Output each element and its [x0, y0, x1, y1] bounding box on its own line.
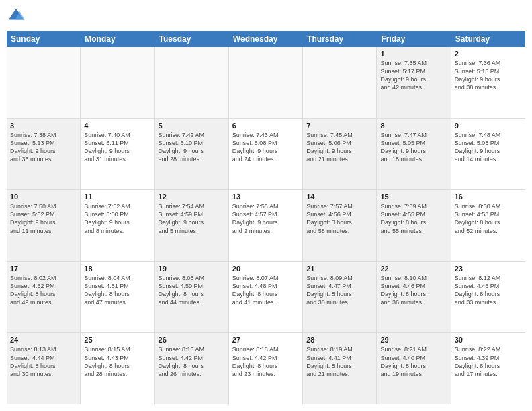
- calendar-cell: 7Sunrise: 7:45 AM Sunset: 5:06 PM Daylig…: [303, 119, 377, 190]
- day-info: Sunrise: 7:59 AM Sunset: 4:55 PM Dayligh…: [380, 202, 447, 235]
- calendar-row: 3Sunrise: 7:38 AM Sunset: 5:13 PM Daylig…: [7, 119, 525, 191]
- day-number: 11: [84, 193, 150, 201]
- day-info: Sunrise: 7:50 AM Sunset: 5:02 PM Dayligh…: [10, 202, 77, 235]
- header-day: Friday: [377, 31, 451, 47]
- calendar-cell: 20Sunrise: 8:07 AM Sunset: 4:48 PM Dayli…: [229, 262, 303, 333]
- day-number: 16: [455, 193, 522, 201]
- day-info: Sunrise: 8:05 AM Sunset: 4:50 PM Dayligh…: [159, 274, 225, 307]
- day-info: Sunrise: 7:42 AM Sunset: 5:10 PM Dayligh…: [159, 131, 225, 164]
- day-info: Sunrise: 7:48 AM Sunset: 5:03 PM Dayligh…: [455, 131, 522, 164]
- day-info: Sunrise: 8:09 AM Sunset: 4:47 PM Dayligh…: [306, 274, 373, 307]
- calendar-row: 24Sunrise: 8:13 AM Sunset: 4:44 PM Dayli…: [7, 333, 525, 404]
- day-info: Sunrise: 8:10 AM Sunset: 4:46 PM Dayligh…: [380, 274, 447, 307]
- day-number: 17: [10, 265, 77, 273]
- day-info: Sunrise: 7:38 AM Sunset: 5:13 PM Dayligh…: [10, 131, 77, 164]
- day-info: Sunrise: 8:00 AM Sunset: 4:53 PM Dayligh…: [455, 202, 522, 235]
- day-number: 20: [232, 265, 299, 273]
- day-number: 9: [455, 122, 522, 130]
- calendar-cell: [303, 47, 377, 118]
- calendar-cell: [7, 47, 81, 118]
- day-info: Sunrise: 8:07 AM Sunset: 4:48 PM Dayligh…: [232, 274, 299, 307]
- calendar-cell: 4Sunrise: 7:40 AM Sunset: 5:11 PM Daylig…: [81, 119, 154, 190]
- day-number: 18: [84, 265, 150, 273]
- day-number: 30: [455, 336, 522, 344]
- day-number: 28: [306, 336, 373, 344]
- calendar-cell: 24Sunrise: 8:13 AM Sunset: 4:44 PM Dayli…: [7, 333, 81, 404]
- day-info: Sunrise: 7:40 AM Sunset: 5:11 PM Dayligh…: [84, 131, 150, 164]
- day-info: Sunrise: 7:54 AM Sunset: 4:59 PM Dayligh…: [159, 202, 225, 235]
- header: [7, 7, 525, 26]
- calendar-cell: 29Sunrise: 8:21 AM Sunset: 4:40 PM Dayli…: [377, 333, 451, 404]
- calendar-cell: 10Sunrise: 7:50 AM Sunset: 5:02 PM Dayli…: [7, 190, 81, 261]
- calendar-cell: [81, 47, 154, 118]
- day-number: 13: [232, 193, 299, 201]
- day-info: Sunrise: 7:35 AM Sunset: 5:17 PM Dayligh…: [380, 59, 447, 92]
- header-day: Wednesday: [229, 31, 303, 47]
- day-info: Sunrise: 8:21 AM Sunset: 4:40 PM Dayligh…: [380, 345, 447, 378]
- day-number: 1: [380, 50, 447, 58]
- day-number: 5: [159, 122, 225, 130]
- day-info: Sunrise: 8:19 AM Sunset: 4:41 PM Dayligh…: [306, 345, 373, 378]
- calendar-cell: 26Sunrise: 8:16 AM Sunset: 4:42 PM Dayli…: [155, 333, 229, 404]
- calendar-cell: 11Sunrise: 7:52 AM Sunset: 5:00 PM Dayli…: [81, 190, 154, 261]
- calendar-cell: 6Sunrise: 7:43 AM Sunset: 5:08 PM Daylig…: [229, 119, 303, 190]
- calendar-cell: 17Sunrise: 8:02 AM Sunset: 4:52 PM Dayli…: [7, 262, 81, 333]
- calendar-cell: 30Sunrise: 8:22 AM Sunset: 4:39 PM Dayli…: [451, 333, 525, 404]
- day-number: 6: [232, 122, 299, 130]
- day-number: 8: [380, 122, 447, 130]
- calendar-cell: 13Sunrise: 7:55 AM Sunset: 4:57 PM Dayli…: [229, 190, 303, 261]
- day-number: 21: [306, 265, 373, 273]
- calendar-cell: [155, 47, 229, 118]
- header-day: Tuesday: [155, 31, 229, 47]
- day-info: Sunrise: 7:57 AM Sunset: 4:56 PM Dayligh…: [306, 202, 373, 235]
- calendar-cell: 27Sunrise: 8:18 AM Sunset: 4:42 PM Dayli…: [229, 333, 303, 404]
- day-number: 26: [159, 336, 225, 344]
- day-info: Sunrise: 8:02 AM Sunset: 4:52 PM Dayligh…: [10, 274, 77, 307]
- calendar-cell: 23Sunrise: 8:12 AM Sunset: 4:45 PM Dayli…: [451, 262, 525, 333]
- calendar-cell: 28Sunrise: 8:19 AM Sunset: 4:41 PM Dayli…: [303, 333, 377, 404]
- calendar-row: 1Sunrise: 7:35 AM Sunset: 5:17 PM Daylig…: [7, 47, 525, 119]
- calendar-cell: 1Sunrise: 7:35 AM Sunset: 5:17 PM Daylig…: [377, 47, 451, 118]
- day-number: 2: [455, 50, 522, 58]
- calendar-row: 10Sunrise: 7:50 AM Sunset: 5:02 PM Dayli…: [7, 190, 525, 262]
- day-info: Sunrise: 7:45 AM Sunset: 5:06 PM Dayligh…: [306, 131, 373, 164]
- day-info: Sunrise: 8:13 AM Sunset: 4:44 PM Dayligh…: [10, 345, 77, 378]
- calendar-body: 1Sunrise: 7:35 AM Sunset: 5:17 PM Daylig…: [7, 47, 525, 404]
- calendar-cell: 14Sunrise: 7:57 AM Sunset: 4:56 PM Dayli…: [303, 190, 377, 261]
- calendar-cell: 9Sunrise: 7:48 AM Sunset: 5:03 PM Daylig…: [451, 119, 525, 190]
- day-info: Sunrise: 8:22 AM Sunset: 4:39 PM Dayligh…: [455, 345, 522, 378]
- day-number: 14: [306, 193, 373, 201]
- day-info: Sunrise: 8:12 AM Sunset: 4:45 PM Dayligh…: [455, 274, 522, 307]
- day-info: Sunrise: 8:15 AM Sunset: 4:43 PM Dayligh…: [84, 345, 150, 378]
- day-number: 24: [10, 336, 77, 344]
- day-number: 4: [84, 122, 150, 130]
- calendar-cell: 16Sunrise: 8:00 AM Sunset: 4:53 PM Dayli…: [451, 190, 525, 261]
- header-day: Saturday: [451, 31, 525, 47]
- calendar-cell: 5Sunrise: 7:42 AM Sunset: 5:10 PM Daylig…: [155, 119, 229, 190]
- header-day: Thursday: [303, 31, 377, 47]
- page: SundayMondayTuesdayWednesdayThursdayFrid…: [0, 0, 532, 411]
- day-number: 10: [10, 193, 77, 201]
- day-number: 29: [380, 336, 447, 344]
- calendar-cell: 22Sunrise: 8:10 AM Sunset: 4:46 PM Dayli…: [377, 262, 451, 333]
- logo: [7, 7, 28, 26]
- calendar-cell: 2Sunrise: 7:36 AM Sunset: 5:15 PM Daylig…: [451, 47, 525, 118]
- calendar-row: 17Sunrise: 8:02 AM Sunset: 4:52 PM Dayli…: [7, 262, 525, 334]
- calendar-cell: 21Sunrise: 8:09 AM Sunset: 4:47 PM Dayli…: [303, 262, 377, 333]
- day-info: Sunrise: 7:55 AM Sunset: 4:57 PM Dayligh…: [232, 202, 299, 235]
- calendar-cell: 25Sunrise: 8:15 AM Sunset: 4:43 PM Dayli…: [81, 333, 154, 404]
- day-info: Sunrise: 8:04 AM Sunset: 4:51 PM Dayligh…: [84, 274, 150, 307]
- day-info: Sunrise: 7:43 AM Sunset: 5:08 PM Dayligh…: [232, 131, 299, 164]
- day-info: Sunrise: 8:18 AM Sunset: 4:42 PM Dayligh…: [232, 345, 299, 378]
- day-number: 12: [159, 193, 225, 201]
- day-number: 15: [380, 193, 447, 201]
- header-day: Monday: [81, 31, 154, 47]
- logo-icon: [7, 7, 26, 26]
- day-info: Sunrise: 7:52 AM Sunset: 5:00 PM Dayligh…: [84, 202, 150, 235]
- day-number: 3: [10, 122, 77, 130]
- calendar-cell: 12Sunrise: 7:54 AM Sunset: 4:59 PM Dayli…: [155, 190, 229, 261]
- day-number: 19: [159, 265, 225, 273]
- calendar: SundayMondayTuesdayWednesdayThursdayFrid…: [7, 31, 525, 404]
- calendar-cell: 3Sunrise: 7:38 AM Sunset: 5:13 PM Daylig…: [7, 119, 81, 190]
- calendar-cell: 18Sunrise: 8:04 AM Sunset: 4:51 PM Dayli…: [81, 262, 154, 333]
